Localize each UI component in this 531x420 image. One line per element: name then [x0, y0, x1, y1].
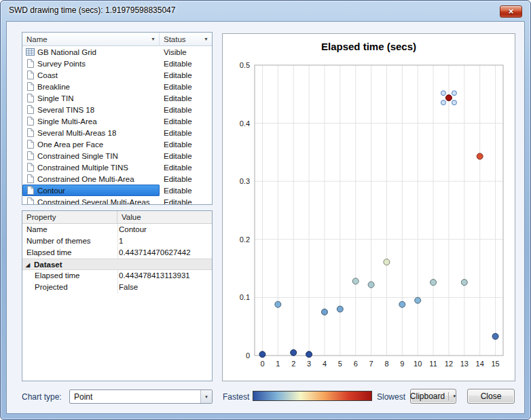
chevron-down-icon: ▼: [448, 392, 456, 400]
page-icon: [26, 128, 34, 137]
data-point[interactable]: [275, 301, 281, 307]
dialog-client-area: Name ▼ Status ▼ GB National Grid Vis: [6, 21, 525, 414]
slowest-label: Slowest: [377, 392, 405, 402]
name-filter-dropdown-icon[interactable]: ▼: [151, 37, 155, 41]
data-point[interactable]: [477, 153, 483, 159]
selection-handle[interactable]: [452, 100, 456, 105]
x-tick-label: 2: [291, 360, 295, 368]
layer-row[interactable]: Constrained Multiple TINS Editable: [22, 161, 212, 173]
layer-name: Coast: [37, 71, 58, 79]
property-row[interactable]: Number of themes 1: [22, 235, 212, 247]
close-dialog-button[interactable]: Close: [467, 389, 515, 404]
property-column-header[interactable]: Property: [22, 211, 117, 223]
property-row[interactable]: Name Contour: [22, 224, 212, 235]
data-point[interactable]: [337, 306, 343, 312]
layer-row[interactable]: Breakline Editable: [22, 81, 212, 92]
close-button[interactable]: ×: [500, 5, 522, 18]
layer-row[interactable]: Coast Editable: [22, 69, 212, 81]
layer-row[interactable]: Single Multi-Area Editable: [22, 115, 212, 127]
status-filter-dropdown-icon[interactable]: ▼: [204, 37, 208, 41]
layer-row[interactable]: Constrained Single TIN Editable: [22, 150, 212, 161]
layer-row[interactable]: Survey Points Editable: [22, 58, 212, 69]
layer-row[interactable]: GB National Grid Visible: [22, 46, 212, 58]
chart-panel: Elapsed time (secs) 00.10.20.30.40.50123…: [222, 33, 515, 381]
dialog-window: SWD drawing time (secs): 1.9197959883504…: [0, 0, 531, 420]
layer-icon: [24, 71, 35, 79]
layer-row[interactable]: Constrained One Multi-Area Editable: [22, 173, 212, 185]
selection-handle[interactable]: [452, 91, 456, 96]
data-point[interactable]: [306, 351, 312, 358]
layer-name-cell: Constrained Single TIN: [22, 150, 160, 161]
combo-dropdown-button[interactable]: ▼: [200, 390, 212, 403]
status-column-header[interactable]: Status ▼: [160, 33, 212, 45]
layer-name: Single Multi-Area: [37, 117, 97, 126]
data-point[interactable]: [259, 351, 266, 358]
chart-type-combobox[interactable]: Point ▼: [69, 389, 213, 404]
layer-name-cell: Several TINS 18: [22, 104, 160, 115]
layer-icon: [24, 140, 35, 149]
property-value: Contour: [119, 225, 147, 233]
color-scale: [253, 391, 372, 401]
layer-row[interactable]: Several Multi-Areas 18 Editable: [22, 127, 212, 138]
page-icon: [26, 140, 34, 149]
title-bar[interactable]: SWD drawing time (secs): 1.9197959883504…: [1, 1, 530, 21]
status-column-label: Status: [164, 35, 186, 43]
layer-name: Contour: [37, 187, 65, 195]
selection-handle[interactable]: [441, 91, 445, 96]
layer-name-cell: Survey Points: [22, 58, 160, 69]
property-row[interactable]: Projected False: [22, 282, 212, 293]
layer-status: Editable: [164, 175, 192, 183]
group-expander-icon[interactable]: ◢: [26, 262, 30, 268]
layer-name: One Area per Face: [37, 140, 103, 149]
y-tick-label: 0.1: [240, 293, 250, 301]
data-point[interactable]: [431, 280, 437, 286]
data-point[interactable]: [461, 280, 467, 286]
layer-name: Survey Points: [37, 60, 86, 68]
layer-row[interactable]: One Area per Face Editable: [22, 138, 212, 150]
layer-icon: [24, 47, 35, 56]
chart-type-value: Point: [70, 390, 200, 403]
grid-icon: [26, 47, 35, 56]
plot-background: [255, 65, 503, 356]
layer-status-cell: Editable: [160, 140, 212, 149]
x-tick-label: 11: [429, 360, 437, 368]
data-point[interactable]: [384, 259, 390, 265]
layer-row[interactable]: Constrained Several Multi-Areas Editable: [22, 196, 212, 204]
data-point[interactable]: [399, 301, 405, 307]
layer-icon: [24, 163, 35, 172]
property-value: 0.443478413113931: [119, 271, 190, 280]
property-name: Number of themes: [26, 237, 91, 245]
data-point[interactable]: [415, 297, 421, 303]
layer-row[interactable]: Several TINS 18 Editable: [22, 104, 212, 115]
page-icon: [26, 94, 34, 102]
property-row[interactable]: Elapsed time 0.443714470627442: [22, 247, 212, 259]
page-icon: [26, 163, 34, 172]
layer-name-cell: Constrained Several Multi-Areas: [22, 196, 160, 204]
property-row[interactable]: ◢ Dataset: [22, 259, 212, 270]
chevron-down-icon: ▼: [204, 395, 208, 399]
x-tick-label: 14: [476, 360, 484, 368]
name-column-header[interactable]: Name ▼: [22, 33, 160, 45]
x-tick-label: 6: [354, 360, 358, 368]
data-point[interactable]: [352, 278, 359, 284]
layer-row[interactable]: Single TIN Editable: [22, 92, 212, 104]
layer-name-cell: Single Multi-Area: [22, 115, 160, 127]
layer-status: Editable: [164, 71, 192, 79]
selection-handle[interactable]: [441, 100, 445, 105]
property-value: 1: [119, 237, 123, 245]
data-point[interactable]: [368, 282, 374, 288]
layer-status: Editable: [164, 129, 192, 137]
clipboard-button[interactable]: Clipboard ▼: [410, 389, 456, 404]
value-column-header[interactable]: Value: [117, 211, 212, 223]
layer-list: Name ▼ Status ▼ GB National Grid Vis: [22, 32, 213, 205]
page-icon: [26, 71, 34, 79]
layer-name-cell: Contour: [22, 185, 160, 196]
data-point[interactable]: [445, 95, 452, 101]
layer-row[interactable]: Contour Editable: [22, 185, 212, 196]
layer-status-cell: Editable: [160, 117, 212, 126]
layer-status: Editable: [164, 164, 192, 172]
property-row[interactable]: Elapsed time 0.443478413113931: [22, 270, 212, 282]
data-point[interactable]: [492, 333, 498, 339]
data-point[interactable]: [321, 309, 327, 315]
data-point[interactable]: [291, 349, 297, 356]
